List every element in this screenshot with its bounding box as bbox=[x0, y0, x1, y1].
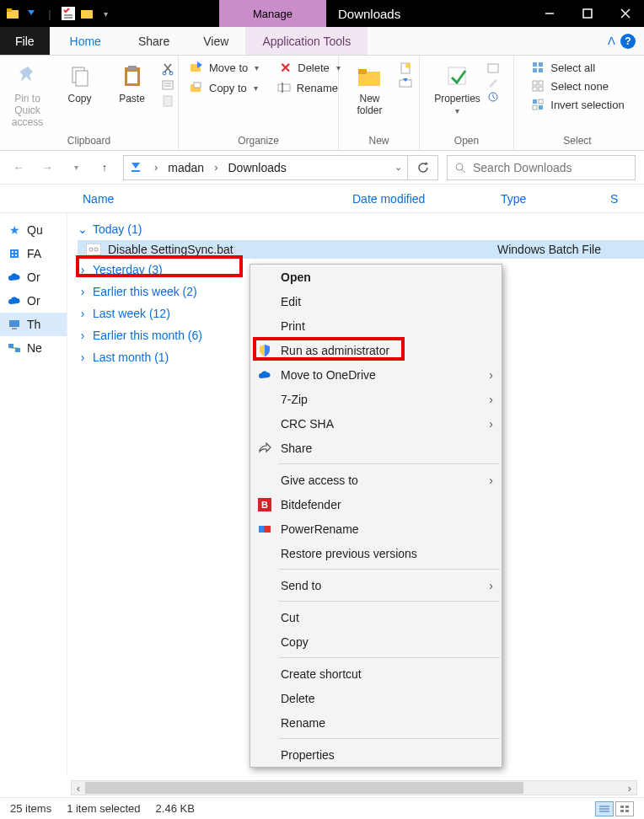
file-row-selected[interactable]: Disable SettingSync.bat Windows Batch Fi… bbox=[78, 240, 644, 259]
ctx-onedrive[interactable]: Move to OneDrive› bbox=[250, 362, 502, 387]
file-tab[interactable]: File bbox=[0, 27, 50, 55]
clipboard-group-label: Clipboard bbox=[67, 133, 110, 148]
view-large-button[interactable] bbox=[615, 801, 634, 816]
ctx-print[interactable]: Print bbox=[250, 313, 502, 338]
horizontal-scrollbar[interactable]: ‹ › bbox=[71, 780, 637, 795]
col-size[interactable]: S bbox=[610, 192, 635, 206]
rename-button[interactable]: Rename bbox=[273, 79, 341, 96]
ribbon-tabs: File Home Share View Application Tools ᐱ… bbox=[0, 27, 644, 56]
group-today[interactable]: ⌄Today (1) bbox=[78, 218, 644, 240]
address-bar[interactable]: › madan › Downloads ⌄ bbox=[123, 155, 408, 180]
svg-rect-38 bbox=[539, 62, 543, 67]
scroll-thumb[interactable] bbox=[85, 782, 523, 794]
forward-button[interactable]: → bbox=[37, 158, 57, 178]
svg-rect-55 bbox=[12, 251, 13, 253]
selectall-button[interactable]: Select all bbox=[527, 59, 627, 76]
crumb-downloads[interactable]: Downloads bbox=[228, 161, 287, 174]
ctx-rename[interactable]: Rename bbox=[250, 710, 502, 735]
paste-button[interactable]: Paste bbox=[109, 59, 156, 104]
ctx-copy[interactable]: Copy bbox=[250, 629, 502, 654]
nav-onedrive2[interactable]: Or bbox=[0, 289, 67, 313]
copyto-button[interactable]: Copy to▾ bbox=[185, 79, 261, 96]
newitem-icon[interactable] bbox=[399, 62, 412, 74]
home-tab[interactable]: Home bbox=[50, 27, 121, 55]
ctx-7zip[interactable]: 7-Zip› bbox=[250, 387, 502, 411]
pin-button[interactable]: Pin to Quick access bbox=[4, 59, 51, 128]
scroll-left-icon[interactable]: ‹ bbox=[72, 781, 85, 795]
application-tools-tab[interactable]: Application Tools bbox=[245, 27, 368, 55]
newfolder-button[interactable]: New folder bbox=[346, 59, 394, 116]
col-type[interactable]: Type bbox=[501, 192, 610, 206]
ctx-bitdefender[interactable]: BBitdefender bbox=[250, 492, 502, 517]
ctx-restore[interactable]: Restore previous versions bbox=[250, 541, 502, 565]
ctx-share[interactable]: Share bbox=[250, 436, 502, 460]
ctx-sendto[interactable]: Send to› bbox=[250, 573, 502, 597]
recent-dropdown[interactable]: ▾ bbox=[66, 158, 86, 178]
ctx-open[interactable]: Open bbox=[250, 265, 502, 289]
crumb-user[interactable]: madan bbox=[168, 161, 204, 174]
addr-dropdown-icon[interactable]: ⌄ bbox=[394, 162, 402, 173]
refresh-button[interactable] bbox=[408, 155, 438, 180]
svg-rect-58 bbox=[15, 254, 17, 256]
ctx-shortcut[interactable]: Create shortcut bbox=[250, 661, 502, 686]
svg-rect-26 bbox=[278, 84, 290, 91]
svg-marker-49 bbox=[131, 163, 140, 169]
minimize-button[interactable] bbox=[530, 0, 568, 27]
edit-icon[interactable] bbox=[486, 77, 500, 88]
folder2-icon[interactable] bbox=[79, 6, 94, 21]
ctx-delete[interactable]: Delete bbox=[250, 686, 502, 710]
easyaccess-icon[interactable] bbox=[399, 77, 412, 88]
ctx-runadmin[interactable]: Run as administrator bbox=[250, 338, 502, 362]
scroll-right-icon[interactable]: › bbox=[623, 781, 636, 795]
down-arrow-icon[interactable] bbox=[24, 6, 39, 21]
copy-button[interactable]: Copy bbox=[56, 59, 104, 104]
maximize-button[interactable] bbox=[568, 0, 606, 27]
nav-fa[interactable]: FA bbox=[0, 242, 67, 265]
up-button[interactable]: ↑ bbox=[94, 158, 115, 178]
file-name: Disable SettingSync.bat bbox=[108, 243, 233, 256]
col-name[interactable]: Name bbox=[83, 192, 352, 206]
ctx-edit[interactable]: Edit bbox=[250, 289, 502, 313]
folder-icon[interactable] bbox=[5, 6, 20, 21]
manage-tab[interactable]: Manage bbox=[219, 0, 326, 27]
status-bar: 25 items 1 item selected 2.46 KB bbox=[0, 797, 644, 819]
view-tab[interactable]: View bbox=[186, 27, 245, 55]
svg-rect-57 bbox=[12, 254, 13, 256]
svg-rect-25 bbox=[194, 83, 201, 88]
col-date[interactable]: Date modified bbox=[352, 192, 501, 206]
help-icon[interactable]: ? bbox=[620, 34, 636, 49]
svg-rect-29 bbox=[358, 69, 367, 74]
search-input[interactable] bbox=[473, 161, 628, 174]
quick-access-toolbar: | ▾ bbox=[0, 6, 118, 21]
nav-thispc[interactable]: Th bbox=[0, 313, 67, 336]
delete-button[interactable]: ✕Delete▾ bbox=[274, 59, 344, 76]
caret-icon[interactable]: ▾ bbox=[98, 6, 113, 21]
open-icon[interactable] bbox=[486, 62, 500, 74]
selectnone-button[interactable]: Select none bbox=[527, 78, 627, 94]
checklist-icon[interactable] bbox=[61, 6, 76, 21]
nav-quick[interactable]: ★Qu bbox=[0, 218, 67, 242]
back-button[interactable]: ← bbox=[8, 158, 29, 178]
close-button[interactable] bbox=[606, 0, 644, 27]
ctx-cut[interactable]: Cut bbox=[250, 605, 502, 629]
ctx-properties[interactable]: Properties bbox=[250, 742, 502, 767]
status-items: 25 items bbox=[10, 802, 67, 815]
ctx-powerrename[interactable]: PowerRename bbox=[250, 517, 502, 541]
nav-network[interactable]: Ne bbox=[0, 336, 67, 360]
collapse-ribbon-icon[interactable]: ᐱ bbox=[608, 35, 615, 47]
share-tab[interactable]: Share bbox=[121, 27, 186, 55]
nav-onedrive1[interactable]: Or bbox=[0, 265, 67, 289]
search-box[interactable] bbox=[447, 155, 636, 180]
view-details-button[interactable] bbox=[595, 801, 614, 816]
copy-path-icon[interactable] bbox=[161, 78, 174, 92]
history-icon[interactable] bbox=[486, 91, 500, 103]
svg-rect-72 bbox=[620, 806, 624, 808]
cut-icon[interactable] bbox=[161, 62, 174, 76]
moveto-button[interactable]: Move to▾ bbox=[185, 59, 262, 76]
ctx-giveaccess[interactable]: Give access to› bbox=[250, 468, 502, 492]
invert-button[interactable]: Invert selection bbox=[527, 96, 627, 113]
properties-button[interactable]: Properties ▾ bbox=[434, 59, 481, 115]
paste-shortcut-icon[interactable] bbox=[161, 94, 174, 108]
ctx-crc[interactable]: CRC SHA› bbox=[250, 411, 502, 436]
moveto-icon bbox=[189, 61, 204, 74]
